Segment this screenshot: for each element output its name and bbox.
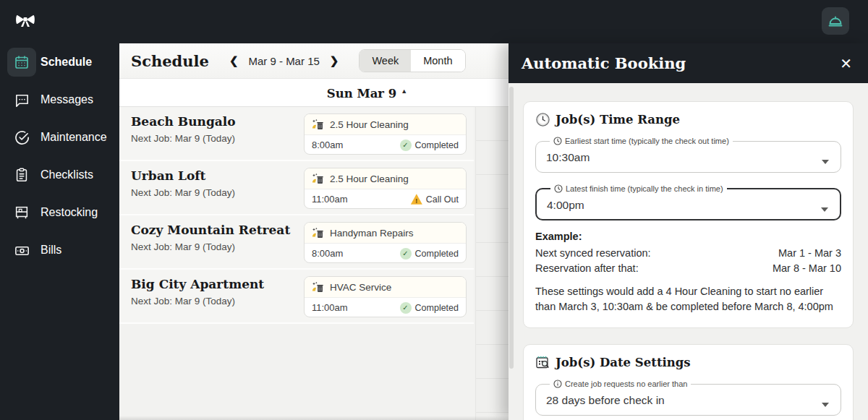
sidebar-item-messages[interactable]: Messages [0,81,119,119]
bow-logo-icon [13,9,38,34]
example-block: Example: Next synced reservation: Mar 1 … [535,231,841,314]
calendar-icon [7,48,36,77]
chevron-down-icon [822,403,829,407]
example-value: Mar 1 - Mar 3 [778,247,841,259]
sidebar-item-label: Restocking [41,206,98,219]
check-circle-icon [13,129,30,146]
sidebar-item-label: Maintenance [41,131,107,144]
prev-week-button[interactable]: ❮ [226,53,242,69]
property-name[interactable]: Big City Apartment [131,277,264,291]
view-toggle: Week Month [359,49,465,72]
automatic-booking-panel: Automatic Booking ✕ Job(s) Time Range [509,43,868,420]
table-row: Beach Bungalo Next Job: Mar 9 (Today) [119,107,474,161]
info-icon [553,380,562,388]
page-title: Schedule [131,52,209,70]
clock-small-icon [554,184,563,193]
property-name[interactable]: Urban Loft [131,168,205,183]
job-card[interactable]: HVAC Service 11:00am ✓ Completed [304,276,467,317]
section-heading: Job(s) Date Settings [556,356,691,369]
day-header-label[interactable]: Sun Mar 9 [327,87,397,100]
property-name[interactable]: Cozy Mountain Retreat [131,223,290,237]
sidebar-item-restocking[interactable]: Restocking [0,194,119,231]
day-column-header: Sun Mar 9 ▲ [119,78,509,107]
panel-title: Automatic Booking [522,54,686,72]
sidebar-item-schedule[interactable]: Schedule [0,43,119,81]
job-card[interactable]: 2.5 Hour Cleaning 11:00am ! Call Out [304,168,467,209]
date-range-label: Mar 9 - Mar 15 [248,55,319,67]
service-tray-button[interactable] [822,7,849,35]
status-badge: ! Call Out [411,194,459,205]
earliest-start-time-select[interactable]: Earliest start time (typically the check… [535,137,841,173]
section-heading: Job(s) Time Range [556,113,680,127]
cleaning-job-icon [312,173,324,185]
table-row: Urban Loft Next Job: Mar 9 (Today) [119,161,474,215]
status-badge: ✓ Completed [400,248,459,260]
job-request-lead-time-select[interactable]: Create job requests no earlier than 28 d… [535,380,841,416]
shelf-icon [13,204,30,221]
sidebar-item-label: Checklists [41,168,93,181]
status-label: Completed [415,303,459,313]
status-icon: ✓ [400,140,412,151]
week-view-button[interactable]: Week [359,50,411,72]
next-week-button[interactable]: ❯ [327,53,342,69]
job-time: 8:00am [312,140,343,150]
next-day-column-partial [475,107,509,420]
sidebar-item-label: Messages [41,93,93,106]
sidebar-item-label: Schedule [41,56,92,69]
month-view-button[interactable]: Month [411,50,464,72]
job-time: 8:00am [312,248,343,259]
sidebar: Schedule Messages Maintenance [0,43,119,420]
job-title: Handyman Repairs [330,228,414,239]
cleaning-job-icon [312,227,324,239]
date-navigation: ❮ Mar 9 - Mar 15 ❯ [226,53,342,69]
job-title: HVAC Service [330,282,391,293]
calendar-search-icon [535,355,550,369]
example-label: Reservation after that: [535,262,639,274]
chevron-down-icon [822,160,829,164]
status-icon: ! [411,194,422,205]
panel-scrollbar[interactable] [509,87,514,369]
field-value: 4:00pm [547,199,830,212]
sidebar-item-label: Bills [41,244,61,257]
chevron-down-icon [821,207,828,212]
status-badge: ✓ Completed [400,302,459,314]
next-job-label: Next Job: Mar 9 (Today) [131,241,235,252]
cleaning-job-icon [312,281,324,293]
latest-finish-time-select[interactable]: Latest finish time (typically the check … [535,184,841,220]
status-label: Completed [415,249,459,259]
panel-header: Automatic Booking ✕ [509,43,868,83]
clipboard-icon [13,166,30,184]
next-job-label: Next Job: Mar 9 (Today) [131,133,235,144]
status-badge: ✓ Completed [400,140,459,151]
job-time: 11:00am [312,194,348,205]
sidebar-item-bills[interactable]: Bills [0,231,119,269]
field-value: 28 days before check in [546,394,830,407]
clock-small-icon [553,137,562,145]
property-rows: Beach Bungalo Next Job: Mar 9 (Today) [119,107,474,324]
sidebar-item-checklists[interactable]: Checklists [0,156,119,194]
example-label: Next synced reservation: [535,247,651,259]
status-label: Completed [415,140,459,150]
example-value: Mar 8 - Mar 10 [773,262,841,274]
next-job-label: Next Job: Mar 9 (Today) [131,296,235,307]
field-label: Latest finish time (typically the check … [566,184,723,193]
sort-ascending-icon[interactable]: ▲ [401,87,407,95]
close-icon[interactable]: ✕ [840,56,852,71]
status-label: Call Out [426,194,459,205]
table-row: Big City Apartment Next Job: Mar 9 (Toda… [119,270,474,324]
time-range-card: Job(s) Time Range Earliest start time (t… [523,101,854,328]
field-label: Create job requests no earlier than [565,380,687,388]
date-settings-card: Job(s) Date Settings Create job requests… [523,344,854,420]
top-bar [0,0,868,43]
field-value: 10:30am [546,151,830,164]
status-icon: ✓ [400,248,412,260]
job-time: 11:00am [312,302,348,313]
table-row: Cozy Mountain Retreat Next Job: Mar 9 (T… [119,215,474,270]
sidebar-item-maintenance[interactable]: Maintenance [0,119,119,156]
example-heading: Example: [535,231,841,242]
job-title: 2.5 Hour Cleaning [330,119,409,130]
job-card[interactable]: Handyman Repairs 8:00am ✓ Completed [304,222,467,263]
job-card[interactable]: 2.5 Hour Cleaning 8:00am ✓ Completed [304,113,467,155]
property-name[interactable]: Beach Bungalo [131,114,236,129]
cleaning-job-icon [312,119,324,131]
